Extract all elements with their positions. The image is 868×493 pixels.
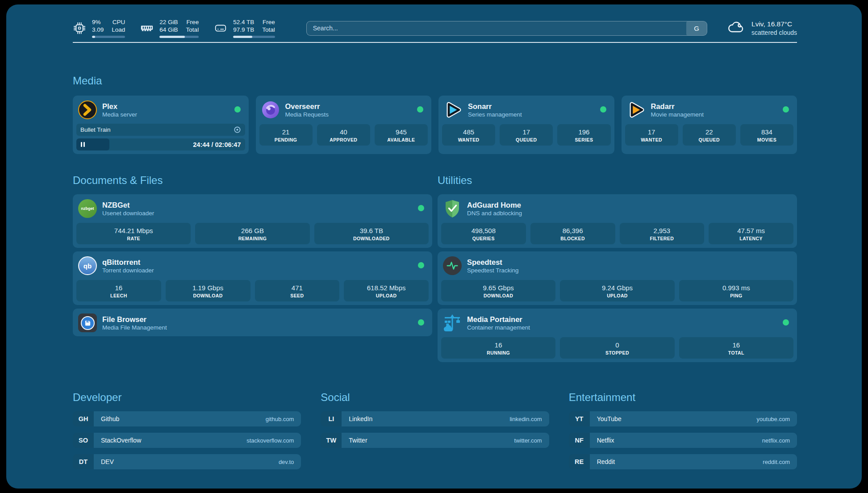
radarr-header[interactable]: Radarr Movie management bbox=[625, 99, 794, 120]
adguard-stat-filtered: 2,953 FILTERED bbox=[620, 223, 705, 244]
disk-free-value: 52.4 TB bbox=[233, 18, 254, 26]
plex-header[interactable]: Plex Media server bbox=[76, 99, 245, 120]
overseerr-header[interactable]: Overseerr Media Requests bbox=[259, 99, 428, 120]
player-lens-icon[interactable] bbox=[234, 126, 241, 134]
weather-widget: Lviv, 16.87°C scattered clouds bbox=[726, 17, 797, 39]
speedtest-stat-ping: 0.993 ms PING bbox=[679, 280, 793, 301]
speedtest-stat-upload: 9.24 Gbps UPLOAD bbox=[560, 280, 674, 301]
cpu-load-value: 3.09 bbox=[92, 26, 104, 33]
plex-time-display: 24:44 / 02:06:47 bbox=[193, 141, 241, 148]
bookmark-github-abbr: GH bbox=[73, 411, 94, 426]
bookmark-group-developer: Developer GH Github github.com SO StackO… bbox=[73, 391, 301, 469]
search-bar: G bbox=[306, 21, 707, 36]
nzbget-status-dot bbox=[418, 205, 424, 211]
speedtest-stat-download: 9.65 Gbps DOWNLOAD bbox=[441, 280, 555, 301]
topbar-separator bbox=[73, 42, 797, 43]
radarr-stat-wanted: 17 WANTED bbox=[625, 124, 678, 146]
card-nzbget: nzbget NZBGet Usenet downloader 744.21 M… bbox=[73, 194, 432, 248]
plex-status-dot bbox=[234, 106, 241, 113]
plex-icon bbox=[78, 100, 97, 119]
memory-progress-track bbox=[159, 36, 199, 38]
nzbget-name: NZBGet bbox=[102, 201, 154, 209]
section-title-entertainment: Entertainment bbox=[569, 391, 797, 404]
bookmark-dev-abbr: DT bbox=[73, 454, 94, 469]
memory-free-value: 22 GiB bbox=[159, 18, 178, 26]
portainer-description: Container management bbox=[467, 324, 530, 331]
nzbget-description: Usenet downloader bbox=[102, 209, 154, 217]
qbittorrent-stat-leech: 16 LEECH bbox=[76, 280, 161, 301]
sonarr-icon bbox=[444, 100, 463, 119]
plex-now-playing-title: Bullet Train bbox=[80, 126, 234, 133]
qbittorrent-stat-download: 1.19 Gbps DOWNLOAD bbox=[166, 280, 250, 301]
filebrowser-name: File Browser bbox=[102, 315, 167, 324]
portainer-crane-icon bbox=[443, 313, 462, 332]
bookmark-linkedin[interactable]: LI LinkedIn linkedin.com bbox=[321, 411, 549, 426]
bookmark-twitter-url: twitter.com bbox=[514, 437, 542, 444]
search-input[interactable] bbox=[306, 21, 707, 36]
qbittorrent-header[interactable]: qb qBittorrent Torrent downloader bbox=[76, 255, 429, 276]
radarr-name: Radarr bbox=[651, 102, 704, 111]
cpu-icon bbox=[73, 21, 86, 35]
adguard-description: DNS and adblocking bbox=[467, 209, 522, 217]
adguard-shield-icon bbox=[443, 199, 462, 218]
bookmark-dev[interactable]: DT DEV dev.to bbox=[73, 454, 301, 469]
disk-icon bbox=[214, 21, 227, 35]
cpu-load-label: Load bbox=[112, 26, 125, 33]
cpu-usage-label: CPU bbox=[113, 18, 125, 26]
memory-free-label: Free bbox=[186, 18, 199, 26]
pause-button[interactable] bbox=[81, 142, 85, 147]
speedtest-header[interactable]: Speedtest Speedtest Tracking bbox=[441, 255, 793, 276]
radarr-stat-queued: 22 QUEUED bbox=[683, 124, 736, 146]
weather-condition: scattered clouds bbox=[751, 29, 797, 37]
card-speedtest: Speedtest Speedtest Tracking 9.65 Gbps D… bbox=[438, 251, 797, 305]
nzbget-header[interactable]: nzbget NZBGet Usenet downloader bbox=[76, 198, 429, 218]
bookmark-reddit-url: reddit.com bbox=[763, 459, 790, 465]
bookmark-github[interactable]: GH Github github.com bbox=[73, 411, 301, 426]
bookmark-netflix-url: netflix.com bbox=[762, 437, 790, 444]
bookmark-netflix[interactable]: NF Netflix netflix.com bbox=[569, 433, 797, 448]
bookmark-reddit[interactable]: RE Reddit reddit.com bbox=[569, 454, 797, 469]
bookmark-youtube-url: youtube.com bbox=[757, 416, 790, 422]
overseerr-icon bbox=[261, 100, 280, 119]
overseerr-description: Media Requests bbox=[285, 111, 329, 118]
bookmark-stackoverflow[interactable]: SO StackOverflow stackoverflow.com bbox=[73, 433, 301, 448]
overseerr-status-dot bbox=[417, 106, 423, 113]
bookmark-twitter-name: Twitter bbox=[349, 437, 367, 444]
cpu-usage-value: 9% bbox=[92, 18, 104, 26]
nzbget-stat-remaining: 266 GB REMAINING bbox=[195, 223, 309, 244]
disk-widget: 52.4 TB 97.9 TB Free Total bbox=[214, 18, 275, 38]
section-documents: Documents & Files nzbget NZBGet Usenet d… bbox=[73, 174, 432, 362]
overseerr-stat-pending: 21 PENDING bbox=[259, 124, 313, 146]
sonarr-header[interactable]: Sonarr Series management bbox=[442, 99, 611, 120]
disk-progress-track bbox=[233, 36, 275, 38]
memory-icon bbox=[140, 21, 154, 35]
cpu-widget: 9% 3.09 CPU Load bbox=[73, 18, 125, 38]
nzbget-stat-downloaded: 39.6 TB DOWNLOADED bbox=[314, 223, 429, 244]
memory-progress-fill bbox=[159, 36, 185, 38]
section-title-social: Social bbox=[321, 391, 549, 404]
bookmark-youtube[interactable]: YT YouTube youtube.com bbox=[569, 411, 797, 426]
section-title-media: Media bbox=[73, 74, 797, 88]
bookmark-youtube-name: YouTube bbox=[597, 415, 622, 422]
portainer-header[interactable]: Media Portainer Container management bbox=[441, 312, 793, 333]
card-overseerr: Overseerr Media Requests 21 PENDING 40 A… bbox=[256, 96, 432, 154]
section-title-documents: Documents & Files bbox=[73, 174, 432, 187]
cloud-icon bbox=[726, 17, 746, 39]
adguard-header[interactable]: AdGuard Home DNS and adblocking bbox=[441, 198, 793, 218]
search-provider-button[interactable]: G bbox=[686, 21, 707, 35]
speedtest-name: Speedtest bbox=[467, 258, 519, 267]
bookmark-twitter[interactable]: TW Twitter twitter.com bbox=[321, 433, 549, 448]
sonarr-stat-series: 196 SERIES bbox=[557, 124, 610, 146]
bookmark-group-social: Social LI LinkedIn linkedin.com TW Twitt… bbox=[321, 391, 549, 469]
portainer-stat-total: 16 TOTAL bbox=[679, 337, 793, 359]
memory-total-label: Total bbox=[186, 26, 199, 33]
bookmark-netflix-name: Netflix bbox=[597, 437, 614, 444]
bookmark-stackoverflow-abbr: SO bbox=[73, 433, 94, 448]
bookmark-reddit-name: Reddit bbox=[597, 458, 615, 465]
filebrowser-header[interactable]: File Browser Media File Management bbox=[76, 312, 429, 333]
section-media: Media Plex Media server bbox=[73, 74, 797, 154]
disk-total-label: Total bbox=[262, 26, 275, 33]
bookmark-linkedin-name: LinkedIn bbox=[349, 415, 372, 422]
card-portainer: Media Portainer Container management 16 … bbox=[438, 309, 797, 362]
sonarr-status-dot bbox=[600, 106, 606, 113]
